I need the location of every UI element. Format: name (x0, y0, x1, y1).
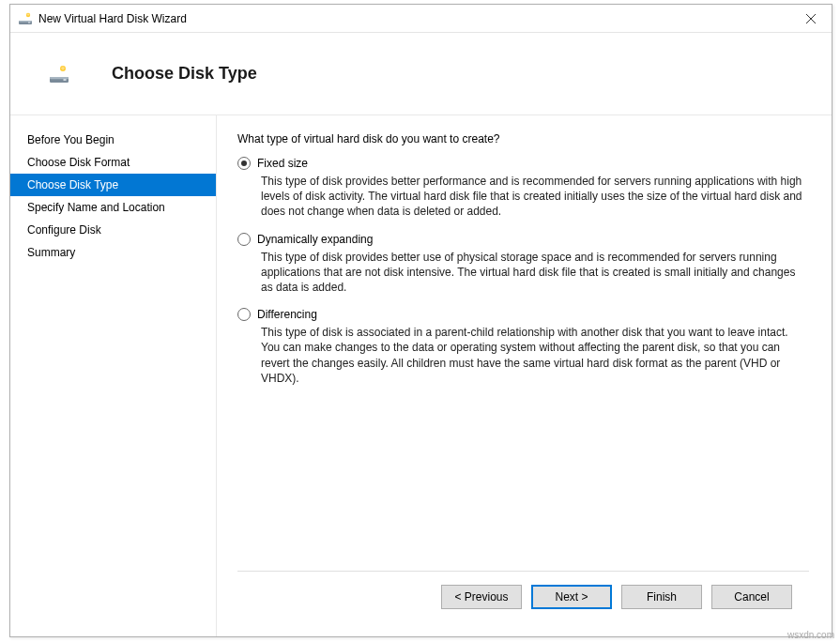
label-dynamic: Dynamically expanding (257, 233, 373, 246)
content-spacer (237, 399, 809, 571)
step-choose-disk-type[interactable]: Choose Disk Type (10, 174, 216, 196)
step-summary[interactable]: Summary (10, 241, 216, 264)
radio-differencing[interactable] (237, 308, 251, 321)
desc-differencing: This type of disk is associated in a par… (261, 325, 809, 386)
titlebar: New Virtual Hard Disk Wizard (10, 5, 832, 33)
radio-dynamic[interactable] (237, 233, 251, 246)
label-differencing: Differencing (257, 308, 317, 321)
wizard-content: What type of virtual hard disk do you wa… (217, 115, 832, 636)
svg-rect-9 (64, 79, 67, 81)
watermark: wsxdn.com (787, 630, 834, 640)
finish-button[interactable]: Finish (621, 585, 702, 609)
label-fixed-size: Fixed size (257, 157, 308, 170)
option-differencing-head[interactable]: Differencing (237, 308, 809, 321)
svg-rect-8 (50, 77, 69, 79)
radio-fixed-size[interactable] (237, 157, 251, 170)
option-fixed-size: Fixed size This type of disk provides be… (237, 157, 809, 220)
next-button[interactable]: Next > (531, 585, 612, 609)
page-title: Choose Disk Type (112, 64, 257, 84)
wizard-body: Before You Begin Choose Disk Format Choo… (10, 115, 832, 636)
step-configure-disk[interactable]: Configure Disk (10, 219, 216, 241)
app-icon (18, 11, 33, 26)
previous-button[interactable]: < Previous (441, 585, 522, 609)
cancel-button[interactable]: Cancel (711, 585, 792, 609)
window-title: New Virtual Hard Disk Wizard (38, 12, 790, 25)
step-choose-disk-format[interactable]: Choose Disk Format (10, 151, 216, 174)
desc-dynamic: This type of disk provides better use of… (261, 250, 809, 296)
option-dynamic-head[interactable]: Dynamically expanding (237, 233, 809, 246)
svg-rect-3 (28, 22, 30, 23)
desc-fixed-size: This type of disk provides better perfor… (261, 174, 809, 220)
content-prompt: What type of virtual hard disk do you wa… (237, 132, 809, 145)
step-specify-name-location[interactable]: Specify Name and Location (10, 196, 216, 219)
option-differencing: Differencing This type of disk is associ… (237, 308, 809, 386)
option-fixed-size-head[interactable]: Fixed size (237, 157, 809, 170)
option-dynamic: Dynamically expanding This type of disk … (237, 233, 809, 296)
step-sidebar: Before You Begin Choose Disk Format Choo… (10, 115, 217, 636)
step-before-you-begin[interactable]: Before You Begin (10, 129, 216, 151)
close-icon (806, 14, 816, 23)
wizard-footer: < Previous Next > Finish Cancel (237, 571, 809, 621)
wizard-icon (48, 63, 70, 85)
wizard-window: New Virtual Hard Disk Wizard Choose Disk… (9, 4, 832, 637)
close-button[interactable] (790, 5, 832, 33)
wizard-header: Choose Disk Type (10, 33, 832, 115)
